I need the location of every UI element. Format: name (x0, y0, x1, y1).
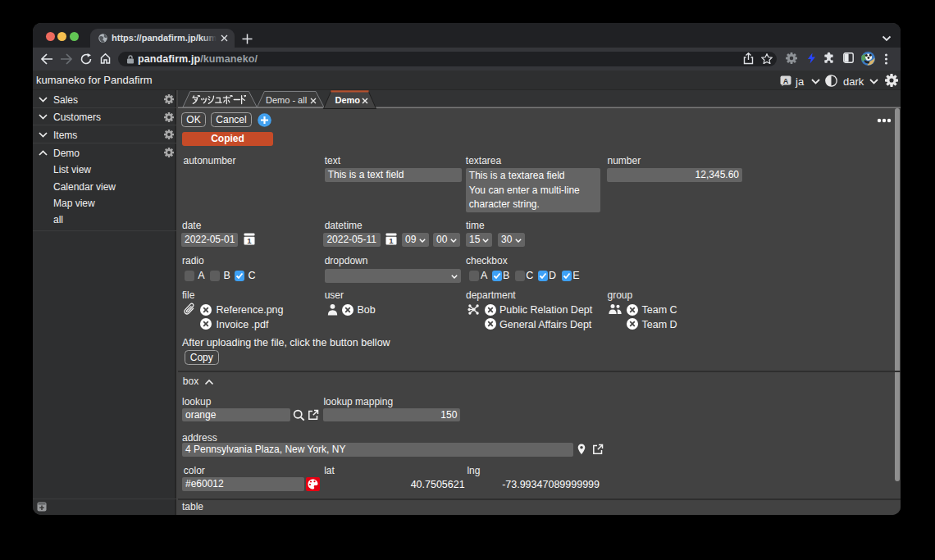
svg-text:1: 1 (247, 236, 252, 245)
svg-text:1: 1 (389, 236, 394, 245)
svg-text:A: A (783, 76, 789, 84)
